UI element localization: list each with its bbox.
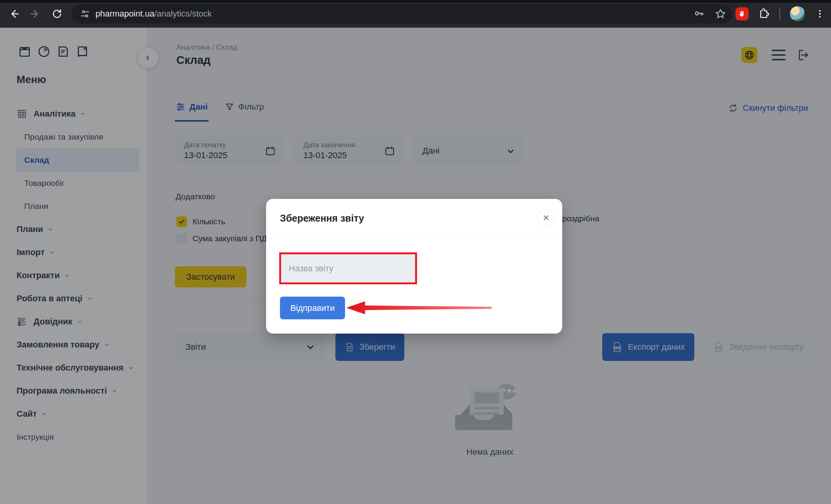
toolbar-separator (779, 7, 780, 20)
modal-title: Збереження звіту (280, 213, 364, 224)
url-bar[interactable]: pharmapoint.ua/analytics/stock (72, 4, 732, 23)
close-icon: ✕ (543, 213, 550, 223)
browser-menu-icon[interactable] (815, 9, 825, 19)
profile-avatar[interactable] (789, 6, 806, 22)
reload-icon[interactable] (49, 5, 65, 22)
site-info-icon[interactable] (80, 9, 90, 19)
forward-icon[interactable] (27, 5, 44, 22)
password-key-icon[interactable] (693, 8, 705, 20)
page: pharmapoint.ua/analytics/stock (0, 0, 831, 504)
browser-toolbar: pharmapoint.ua/analytics/stock (0, 0, 831, 28)
report-name-highlight-box (279, 252, 417, 284)
url-text[interactable]: pharmapoint.ua/analytics/stock (95, 9, 212, 19)
annotation-arrow (345, 300, 493, 315)
modal-divider (266, 239, 562, 239)
extensions-puzzle-icon[interactable] (758, 8, 770, 20)
report-name-input[interactable] (281, 254, 415, 282)
submit-button[interactable]: Відправити (280, 297, 345, 319)
adblock-icon[interactable] (736, 7, 749, 20)
modal-close-button[interactable]: ✕ (537, 209, 555, 227)
back-icon[interactable] (5, 5, 22, 22)
bookmark-star-icon[interactable] (715, 8, 726, 20)
